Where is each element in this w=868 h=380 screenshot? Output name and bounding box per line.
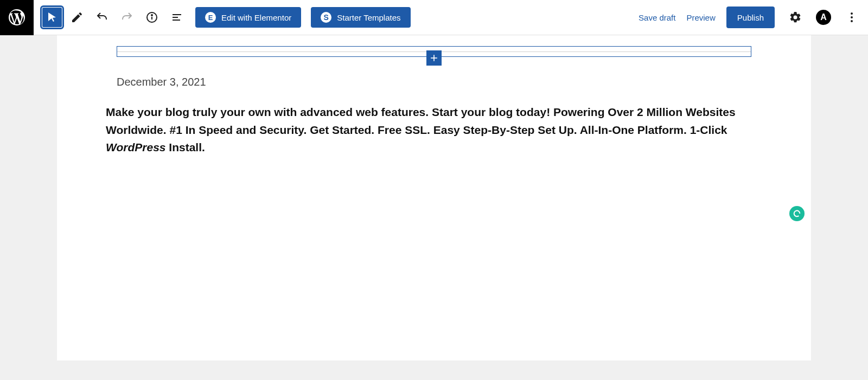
select-tool[interactable] (41, 7, 63, 28)
user-avatar[interactable]: A (816, 10, 831, 25)
svg-point-2 (151, 15, 152, 16)
tool-group-left (34, 7, 195, 28)
post-date: December 3, 2021 (117, 76, 762, 88)
starter-templates-button[interactable]: S Starter Templates (311, 7, 410, 28)
editor-canvas-wrap: December 3, 2021 Make your blog truly yo… (0, 35, 868, 380)
add-block-button[interactable] (426, 50, 442, 66)
avatar-letter: A (820, 12, 827, 22)
preview-button[interactable]: Preview (686, 13, 715, 22)
settings-button[interactable] (786, 8, 805, 27)
svg-point-8 (851, 20, 853, 22)
grammarly-badge[interactable] (789, 206, 805, 221)
edit-tool[interactable] (66, 7, 88, 28)
elementor-icon: E (205, 12, 216, 23)
more-menu-button[interactable] (842, 8, 861, 27)
redo-button[interactable] (116, 7, 138, 28)
svg-point-7 (851, 16, 853, 18)
svg-point-6 (851, 12, 853, 15)
post-excerpt[interactable]: Make your blog truly your own with advan… (106, 104, 762, 157)
excerpt-text-post: Install. (166, 141, 205, 153)
editor-toolbar: E Edit with Elementor S Starter Template… (0, 0, 868, 35)
elementor-label: Edit with Elementor (221, 13, 291, 22)
wordpress-logo[interactable] (0, 0, 34, 35)
editor-canvas[interactable]: December 3, 2021 Make your blog truly yo… (57, 35, 811, 360)
excerpt-text-pre: Make your blog truly your own with advan… (106, 106, 736, 136)
info-button[interactable] (141, 7, 163, 28)
outline-button[interactable] (166, 7, 188, 28)
publish-button[interactable]: Publish (726, 7, 775, 28)
save-draft-button[interactable]: Save draft (639, 13, 675, 22)
toolbar-right: Save draft Preview Publish A (639, 7, 861, 28)
starter-templates-label: Starter Templates (337, 13, 400, 22)
edit-with-elementor-button[interactable]: E Edit with Elementor (195, 7, 301, 28)
undo-button[interactable] (91, 7, 113, 28)
excerpt-emphasis: WordPress (106, 141, 166, 153)
starter-templates-icon: S (321, 12, 331, 23)
